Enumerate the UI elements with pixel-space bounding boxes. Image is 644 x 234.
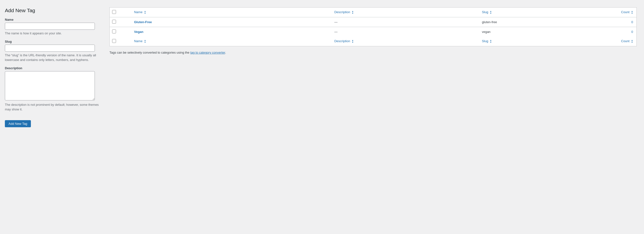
- select-all-checkbox[interactable]: [112, 10, 116, 14]
- select-all-footer-checkbox[interactable]: [112, 39, 116, 43]
- row-description-cell: —: [331, 17, 478, 27]
- footer-note: Tags can be selectively converted to cat…: [110, 51, 637, 54]
- table-footer-row: Name ▲ ▼ Description ▲ ▼: [110, 37, 637, 46]
- footer-slug-label: Slug: [482, 39, 488, 43]
- description-field-group: Description The description is not promi…: [5, 66, 100, 112]
- count-column-label: Count: [621, 10, 630, 14]
- tags-table-panel: Name ▲ ▼ Description ▲ ▼: [110, 7, 637, 227]
- name-input[interactable]: [5, 23, 95, 30]
- row-count-cell: 0: [584, 27, 637, 37]
- footer-note-end: .: [225, 51, 226, 54]
- name-label: Name: [5, 18, 100, 22]
- slug-input[interactable]: [5, 45, 95, 52]
- page-title: Add New Tag: [5, 7, 100, 14]
- header-checkbox-cell: [110, 8, 131, 17]
- description-column-label: Description: [334, 10, 350, 14]
- description-sort-icon: ▲ ▼: [352, 11, 354, 14]
- add-new-tag-button[interactable]: Add New Tag: [5, 120, 31, 127]
- header-count[interactable]: Count ▲ ▼: [584, 8, 637, 17]
- tag-name-link-1[interactable]: Vegan: [134, 30, 143, 34]
- footer-slug-sort-icon: ▲ ▼: [490, 40, 492, 43]
- footer-count[interactable]: Count ▲ ▼: [584, 37, 637, 46]
- tags-table: Name ▲ ▼ Description ▲ ▼: [110, 7, 637, 46]
- row-checkbox-0[interactable]: [112, 20, 116, 24]
- table-row: Gluten-Free — gluten-free 0: [110, 17, 637, 27]
- name-hint: The name is how it appears on your site.: [5, 31, 100, 36]
- row-description-cell: —: [331, 27, 478, 37]
- footer-checkbox-cell: [110, 37, 131, 46]
- description-label: Description: [5, 66, 100, 70]
- name-sort-icon: ▲ ▼: [144, 11, 146, 14]
- footer-description[interactable]: Description ▲ ▼: [331, 37, 478, 46]
- tag-count-link-1[interactable]: 0: [631, 30, 633, 34]
- header-name[interactable]: Name ▲ ▼: [130, 8, 331, 17]
- tag-name-link-0[interactable]: Gluten-Free: [134, 20, 152, 24]
- description-textarea[interactable]: [5, 71, 95, 100]
- slug-field-group: Slug The “slug” is the URL-friendly vers…: [5, 40, 100, 62]
- slug-label: Slug: [5, 40, 100, 43]
- footer-description-label: Description: [334, 39, 350, 43]
- row-slug-cell: vegan: [478, 27, 584, 37]
- row-name-cell: Vegan: [130, 27, 331, 37]
- slug-column-label: Slug: [482, 10, 488, 14]
- footer-note-text: Tags can be selectively converted to cat…: [110, 51, 190, 54]
- add-new-tag-panel: Add New Tag Name The name is how it appe…: [5, 7, 100, 227]
- count-sort-icon: ▲ ▼: [631, 11, 633, 14]
- footer-slug[interactable]: Slug ▲ ▼: [478, 37, 584, 46]
- row-checkbox-cell: [110, 17, 131, 27]
- header-slug[interactable]: Slug ▲ ▼: [478, 8, 584, 17]
- row-count-cell: 0: [584, 17, 637, 27]
- name-field-group: Name The name is how it appears on your …: [5, 18, 100, 36]
- row-name-cell: Gluten-Free: [130, 17, 331, 27]
- tag-count-link-0[interactable]: 0: [631, 20, 633, 24]
- footer-count-label: Count: [621, 39, 630, 43]
- row-checkbox-cell: [110, 27, 131, 37]
- footer-name[interactable]: Name ▲ ▼: [130, 37, 331, 46]
- footer-description-sort-icon: ▲ ▼: [352, 40, 354, 43]
- row-slug-cell: gluten-free: [478, 17, 584, 27]
- footer-name-label: Name: [134, 39, 142, 43]
- slug-hint: The “slug” is the URL-friendly version o…: [5, 53, 100, 62]
- header-description[interactable]: Description ▲ ▼: [331, 8, 478, 17]
- footer-name-sort-icon: ▲ ▼: [144, 40, 146, 43]
- table-row: Vegan — vegan 0: [110, 27, 637, 37]
- tag-to-category-link[interactable]: tag to category converter: [190, 51, 225, 54]
- slug-sort-icon: ▲ ▼: [490, 11, 492, 14]
- table-header-row: Name ▲ ▼ Description ▲ ▼: [110, 8, 637, 17]
- description-hint: The description is not prominent by defa…: [5, 102, 100, 112]
- row-checkbox-1[interactable]: [112, 30, 116, 33]
- footer-count-sort-icon: ▲ ▼: [631, 40, 633, 43]
- name-column-label: Name: [134, 10, 142, 14]
